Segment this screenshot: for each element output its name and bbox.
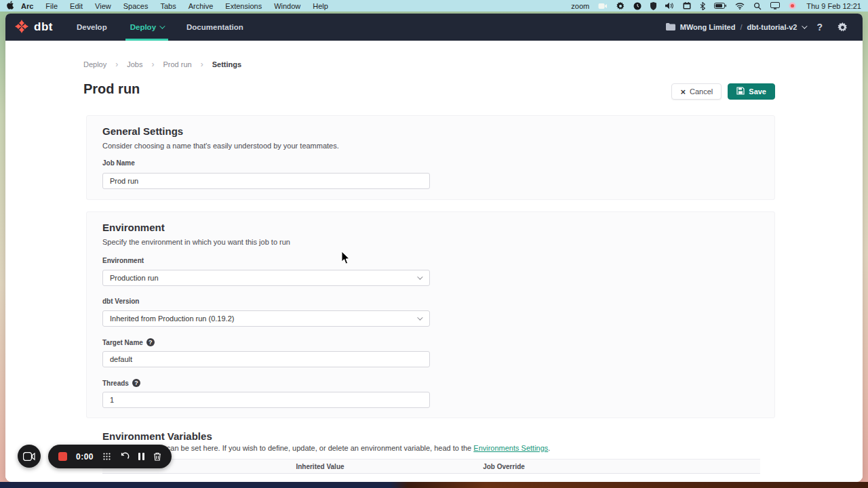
menubar-tabs[interactable]: Tabs — [154, 2, 182, 10]
general-settings-section: General Settings Consider choosing a nam… — [86, 115, 775, 200]
breadcrumb-settings: Settings — [212, 60, 241, 68]
record-indicator-icon[interactable] — [789, 2, 796, 9]
breadcrumb-prod-run[interactable]: Prod run — [163, 60, 192, 68]
recorder-toolbar: 0:00 — [48, 445, 172, 468]
environment-select-value: Production run — [110, 274, 159, 282]
browser-window: dbt Develop Deploy Documentation — [5, 14, 863, 482]
threads-label-text: Threads — [102, 380, 129, 387]
stop-recording-button[interactable] — [58, 452, 67, 461]
shield-status-icon[interactable] — [650, 2, 656, 10]
nav-item-develop[interactable]: Develop — [65, 14, 119, 41]
settings-gear-button[interactable] — [833, 22, 852, 33]
menubar-clock[interactable]: Thu 9 Feb 12:21 — [805, 2, 861, 10]
chevron-down-icon — [159, 23, 165, 28]
target-name-input[interactable] — [102, 351, 430, 367]
breadcrumb: Deploy › Jobs › Prod run › Settings — [83, 60, 241, 69]
chevron-down-icon — [417, 274, 422, 279]
folder-icon — [666, 23, 675, 32]
page-title: Prod run — [83, 81, 140, 97]
dbt-logo[interactable]: dbt — [5, 14, 65, 41]
save-button[interactable]: Save — [728, 83, 775, 100]
breadcrumb-separator: › — [115, 60, 118, 69]
bluetooth-icon[interactable] — [700, 2, 705, 10]
delete-recording-icon[interactable] — [153, 452, 161, 461]
save-button-label: Save — [749, 87, 766, 96]
breadcrumb-separator: › — [201, 60, 203, 69]
environments-settings-link[interactable]: Environments Settings — [473, 444, 548, 452]
environment-variables-section: Environment Variables Job level override… — [86, 426, 775, 482]
threads-label: Threads ? — [102, 379, 140, 387]
project-name: dbt-tutorial-v2 — [747, 23, 797, 31]
dbt-version-label: dbt Version — [102, 298, 139, 305]
apple-icon[interactable] — [7, 1, 15, 11]
ev-desc-suffix: . — [548, 444, 550, 452]
chevron-down-icon — [802, 23, 808, 28]
account-project-switcher[interactable]: MWong Limited / dbt-tutorial-v2 — [666, 23, 806, 32]
pause-recording-icon[interactable] — [138, 453, 144, 460]
col-job-override: Job Override — [416, 463, 592, 470]
volume-icon[interactable] — [665, 2, 674, 9]
account-separator: / — [740, 23, 742, 31]
desktop: Arc File Edit View Spaces Tabs Archive E… — [0, 0, 868, 488]
wifi-icon[interactable] — [735, 3, 745, 9]
zoom-menu-label[interactable]: zoom — [571, 2, 589, 10]
menubar-window[interactable]: Window — [268, 2, 307, 10]
macos-menubar: Arc File Edit View Spaces Tabs Archive E… — [0, 0, 868, 12]
menubar-help[interactable]: Help — [307, 2, 334, 10]
job-name-label: Job Name — [102, 159, 135, 167]
nav-item-deploy[interactable]: Deploy — [119, 14, 175, 41]
col-inherited-value: Inherited Value — [224, 463, 416, 470]
environment-title: Environment — [102, 222, 759, 233]
menubar-spaces[interactable]: Spaces — [117, 2, 155, 10]
nav-item-deploy-label: Deploy — [130, 23, 156, 31]
gear-status-icon[interactable] — [616, 2, 625, 10]
menubar-archive[interactable]: Archive — [182, 2, 220, 10]
dbt-version-select[interactable]: Inherited from Production run (0.19.2) — [102, 310, 430, 327]
page-actions: × Cancel Save — [671, 83, 775, 100]
close-icon: × — [680, 87, 686, 96]
target-name-label-text: Target Name — [102, 339, 143, 346]
menubar-app-name[interactable]: Arc — [15, 2, 39, 10]
dbt-version-select-value: Inherited from Production run (0.19.2) — [110, 314, 234, 323]
env-vars-table-header: Inherited Value Job Override — [102, 459, 760, 474]
environment-section: Environment Specify the environment in w… — [86, 211, 775, 418]
environment-select[interactable]: Production run — [102, 270, 430, 286]
camera-status-icon[interactable] — [598, 3, 608, 9]
threads-help-icon[interactable]: ? — [132, 379, 140, 387]
recorder-camera-button[interactable] — [18, 445, 41, 468]
battery-icon[interactable] — [714, 3, 726, 9]
cancel-button[interactable]: × Cancel — [671, 83, 722, 100]
general-settings-description: Consider choosing a name that's easily u… — [102, 142, 759, 150]
nav-item-documentation[interactable]: Documentation — [175, 14, 255, 41]
menubar-file[interactable]: File — [39, 2, 64, 10]
menubar-extensions[interactable]: Extensions — [219, 2, 268, 10]
dbt-navbar: dbt Develop Deploy Documentation — [5, 14, 863, 41]
desktop-wallpaper-strip — [0, 482, 868, 488]
nav-item-documentation-label: Documentation — [186, 23, 243, 31]
job-name-input[interactable] — [102, 173, 430, 189]
menubar-view[interactable]: View — [89, 2, 117, 10]
breadcrumb-jobs[interactable]: Jobs — [127, 60, 142, 68]
breadcrumb-separator: › — [152, 60, 155, 69]
account-name: MWong Limited — [680, 23, 736, 31]
search-icon[interactable] — [753, 2, 762, 10]
chevron-down-icon — [417, 314, 422, 320]
breadcrumb-deploy[interactable]: Deploy — [83, 60, 106, 68]
restart-recording-icon[interactable] — [120, 452, 130, 461]
calendar-icon[interactable] — [683, 2, 691, 9]
nav-items: Develop Deploy Documentation — [65, 14, 255, 41]
clock-status-icon[interactable] — [633, 2, 642, 10]
environment-field-label: Environment — [102, 257, 144, 264]
target-name-help-icon[interactable]: ? — [146, 338, 155, 346]
menubar-edit[interactable]: Edit — [64, 2, 89, 10]
display-icon[interactable] — [770, 2, 780, 9]
drag-handle-icon[interactable] — [102, 452, 111, 461]
threads-input[interactable] — [102, 392, 430, 408]
job-settings-page: Deploy › Jobs › Prod run › Settings Prod… — [5, 41, 863, 482]
recording-timer: 0:00 — [76, 452, 94, 462]
dbt-logo-word: dbt — [34, 20, 53, 34]
environment-description: Specify the environment in which you wan… — [102, 238, 759, 246]
cancel-button-label: Cancel — [690, 87, 713, 96]
help-button[interactable]: ? — [812, 22, 827, 33]
general-settings-title: General Settings — [102, 125, 759, 137]
